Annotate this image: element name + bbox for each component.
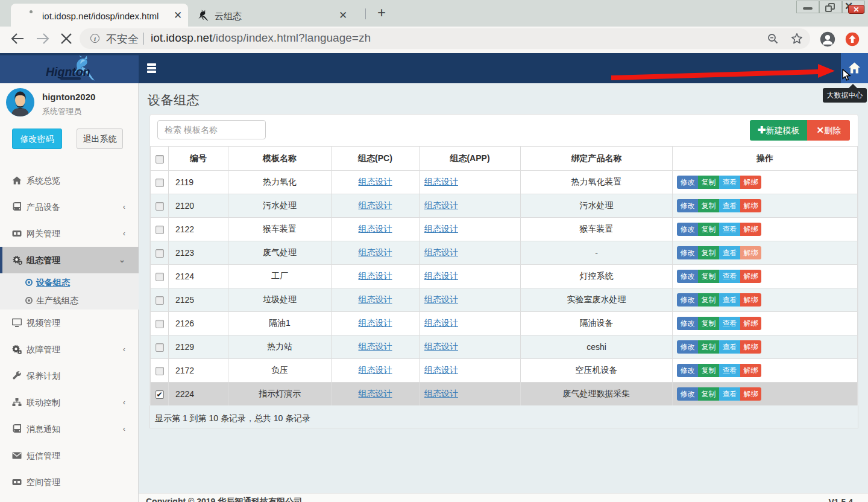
svg-text:Hignton: Hignton bbox=[46, 65, 90, 78]
